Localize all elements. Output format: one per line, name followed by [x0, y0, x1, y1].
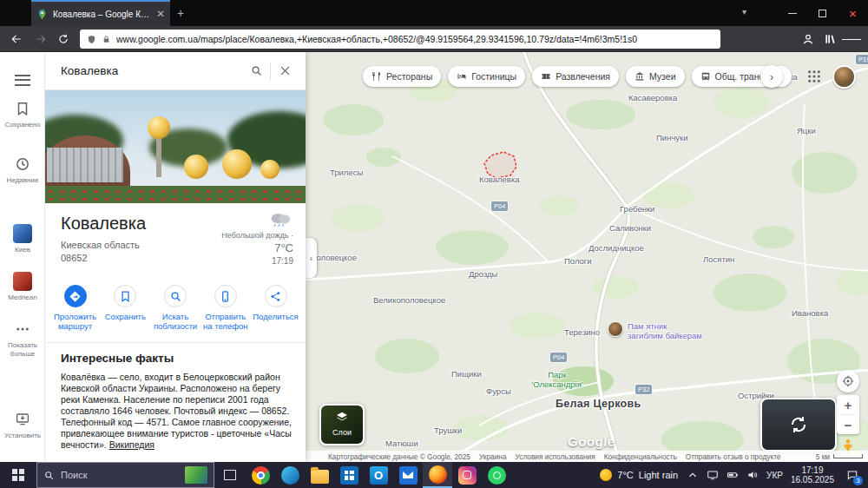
action-share-button[interactable]: Поделиться [251, 285, 300, 331]
poi-label-line1: Пам ятник [628, 321, 702, 331]
tab-close-icon[interactable]: ✕ [156, 9, 165, 19]
chip-entertainment[interactable]: Развлечения [532, 66, 619, 87]
more-categories-chevron-icon[interactable]: › [760, 65, 783, 88]
action-send-phone-button[interactable]: Отправить на телефон [201, 285, 250, 331]
google-apps-grid-icon[interactable] [807, 69, 821, 83]
chip-museum[interactable]: Музеи [626, 66, 685, 87]
whatsapp-app-icon[interactable] [482, 462, 511, 488]
place-photo[interactable] [45, 90, 306, 203]
street-view-thumbnail[interactable] [760, 398, 837, 452]
clear-search-icon[interactable] [274, 61, 295, 82]
menu-icon[interactable] [842, 30, 861, 48]
google-logo: Google [568, 434, 615, 449]
entertainment-icon [541, 71, 551, 82]
rail-item-saved[interactable]: Сохранено [0, 101, 45, 129]
my-location-button[interactable] [837, 370, 859, 392]
taskbar-clock[interactable]: 17:19 16.05.2025 [791, 465, 834, 485]
attribution-item[interactable]: Украина [479, 452, 507, 461]
weather-condition: Небольшой дождь · [189, 231, 293, 240]
hidden-icons-chevron[interactable] [687, 469, 699, 481]
language-indicator[interactable]: УКР [766, 471, 783, 480]
firefox-app-icon[interactable] [423, 462, 452, 488]
forward-button[interactable] [31, 30, 50, 49]
library-icon[interactable] [820, 30, 839, 48]
action-directions-button[interactable]: Проложить маршрут [50, 285, 100, 331]
taskbar-search-box[interactable]: Поиск [36, 462, 214, 488]
rail-item-mednean[interactable]: Mednean [0, 272, 45, 302]
tab-list-chevron-icon[interactable]: ▾ [742, 7, 746, 16]
attribution-item[interactable]: Отправить отзыв о продукте [686, 452, 781, 461]
action-label: Проложить маршрут [50, 312, 100, 331]
action-save-button[interactable]: Сохранить [101, 285, 150, 331]
mail-app-icon[interactable] [393, 462, 423, 488]
action-center-button[interactable]: 3 [842, 462, 863, 488]
install-icon [14, 412, 31, 429]
taskbar-weather-widget[interactable]: 7°C Light rain [591, 462, 687, 488]
rail-item-kiev[interactable]: Киев [0, 224, 45, 254]
folder-icon [311, 470, 329, 484]
reload-button[interactable] [54, 30, 73, 49]
attribution-item[interactable]: Конфиденциальность [604, 452, 677, 461]
chip-restaurant[interactable]: Рестораны [363, 66, 441, 87]
taskbar-search-placeholder: Поиск [61, 470, 87, 480]
scale-label: 5 км [816, 452, 830, 461]
hamburger-menu-icon[interactable] [15, 71, 30, 89]
back-button[interactable] [7, 30, 26, 49]
map-label-town: Пинчуки [656, 133, 688, 142]
nearby-icon [164, 285, 187, 307]
window-maximize-button[interactable] [807, 0, 838, 26]
task-view-button[interactable] [214, 462, 246, 488]
zoom-in-button[interactable]: + [837, 395, 859, 414]
new-tab-button[interactable]: + [177, 6, 184, 20]
search-icon[interactable] [246, 61, 266, 82]
start-button[interactable] [0, 462, 36, 488]
folder-app-icon[interactable] [305, 462, 334, 488]
wikipedia-link[interactable]: Википедия [109, 439, 155, 450]
taskbar-time: 17:19 [791, 465, 834, 475]
action-nearby-button[interactable]: Искать поблизости [151, 285, 201, 331]
map-canvas[interactable]: КасаверовкаПинчукиЯцкиТрилесыКовалевкаГр… [306, 52, 868, 462]
map-label-town: Дрозды [469, 269, 497, 279]
window-minimize-button[interactable] [777, 0, 807, 26]
address-bar[interactable]: www.google.com.ua/maps/place/Ковалевка,+… [80, 30, 720, 49]
rail-item-recents[interactable]: Недавние [0, 156, 45, 185]
attribution-item: Картографические данные © Google, 2025 [328, 452, 470, 461]
search-input[interactable] [61, 64, 246, 77]
chrome-app-icon[interactable] [246, 462, 275, 488]
chip-hotel[interactable]: Гостиницы [448, 66, 525, 87]
weather-temp: 7°C [189, 241, 293, 254]
layers-button[interactable]: Слои [319, 404, 365, 445]
rail-item-show-more[interactable]: Показать больше [0, 321, 45, 358]
directions-icon [64, 285, 87, 307]
map-label-town: Матюши [385, 439, 418, 448]
sun-icon [600, 469, 612, 481]
battery-icon[interactable] [727, 469, 739, 481]
edge-app-icon[interactable] [275, 462, 305, 488]
browser-toolbar: www.google.com.ua/maps/place/Ковалевка,+… [0, 26, 868, 52]
windows-logo-icon [12, 469, 24, 481]
facts-heading: Интересные факты [61, 352, 174, 365]
poi-monument-marker[interactable]: Пам ятникзагиблим байкерам [608, 321, 702, 340]
volume-icon[interactable] [746, 469, 759, 481]
account-icon[interactable] [799, 30, 818, 48]
screen: Ковалевка – Google Карты ✕ + ▾ × www.goo… [0, 0, 868, 488]
outlook-app-icon[interactable] [364, 462, 393, 488]
browser-tab[interactable]: Ковалевка – Google Карты ✕ [31, 0, 170, 26]
rail-item-install[interactable]: Установить [0, 412, 45, 440]
tab-title: Ковалевка – Google Карты [53, 10, 151, 19]
tracking-shield-icon [87, 35, 96, 44]
collapse-panel-chevron[interactable]: ‹ [306, 238, 317, 278]
rail-item-label: Показать больше [0, 341, 45, 358]
facts-text: Ковалёвка — село, входит в Белоцерковски… [61, 372, 292, 451]
store-app-icon[interactable] [334, 462, 364, 488]
whatsapp-icon [488, 466, 506, 485]
window-close-button[interactable]: × [838, 0, 868, 26]
attribution-item[interactable]: Условия использования [516, 452, 595, 461]
search-highlight-image[interactable] [185, 466, 207, 484]
profile-avatar[interactable] [832, 65, 856, 89]
instagram-app-icon[interactable] [452, 462, 482, 488]
photo-kiev-icon [13, 224, 32, 243]
photo-glasshouse [47, 148, 123, 182]
zoom-out-button[interactable]: − [837, 415, 859, 434]
network-icon[interactable] [707, 469, 719, 481]
